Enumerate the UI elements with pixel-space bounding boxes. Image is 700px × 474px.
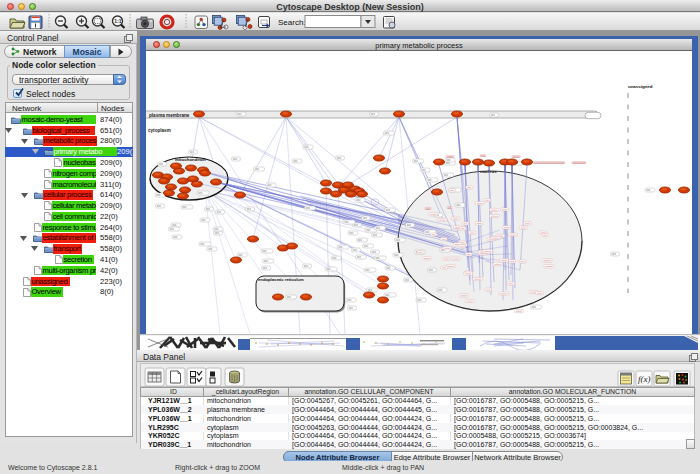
svg-text:xxx: xxx	[353, 248, 358, 252]
svg-text:xxx: xxx	[349, 231, 354, 235]
svg-text:nucleus: nucleus	[480, 169, 497, 174]
svg-text:xxx: xxx	[338, 245, 343, 249]
svg-text:xxx: xxx	[438, 288, 443, 292]
svg-text:xxx: xxx	[237, 112, 242, 116]
svg-text:xxx: xxx	[247, 207, 252, 211]
svg-text:xxx: xxx	[304, 264, 309, 268]
svg-text:xxx: xxx	[201, 218, 206, 222]
svg-text:xxx: xxx	[215, 231, 220, 235]
svg-text:xxx: xxx	[385, 293, 390, 297]
svg-text:xxx: xxx	[385, 131, 390, 135]
svg-text:xxx: xxx	[200, 242, 205, 246]
svg-text:xxx: xxx	[372, 250, 377, 254]
svg-text:xxx: xxx	[206, 207, 211, 211]
svg-text:xxx: xxx	[293, 159, 298, 163]
svg-text:xxx: xxx	[386, 266, 391, 270]
svg-text:xxx: xxx	[376, 226, 381, 230]
svg-text:Search:: Search:	[278, 18, 306, 27]
svg-text:xxx: xxx	[612, 252, 617, 256]
svg-text:xxx: xxx	[255, 167, 260, 171]
svg-text:xxx: xxx	[337, 156, 342, 160]
svg-text:xxx: xxx	[356, 198, 361, 202]
svg-text:xxx: xxx	[349, 306, 354, 310]
svg-text:xxx: xxx	[214, 227, 219, 231]
svg-text:endoplasmic reticulum: endoplasmic reticulum	[258, 277, 304, 282]
svg-text:xxx: xxx	[421, 168, 426, 172]
svg-text:xxx: xxx	[157, 204, 162, 208]
svg-text:xxx: xxx	[405, 278, 410, 282]
svg-text:xxx: xxx	[263, 266, 268, 270]
svg-text:xxx: xxx	[444, 173, 449, 177]
svg-text:xxx: xxx	[364, 244, 369, 248]
svg-text:xxx: xxx	[491, 113, 496, 117]
svg-text:xxx: xxx	[363, 216, 368, 220]
svg-text:xxx: xxx	[371, 112, 376, 116]
svg-text:xxx: xxx	[396, 238, 401, 242]
svg-text:xxx: xxx	[170, 227, 175, 231]
svg-text:xxx: xxx	[407, 223, 412, 227]
svg-text:xxx: xxx	[427, 178, 432, 182]
svg-text:xxx: xxx	[182, 205, 187, 209]
svg-text:xxx: xxx	[264, 259, 269, 263]
svg-text:cytoplasm: cytoplasm	[148, 128, 171, 133]
svg-text:xxx: xxx	[414, 159, 419, 163]
svg-text:1:1: 1:1	[114, 18, 121, 24]
svg-text:xxx: xxx	[267, 183, 272, 187]
svg-text:xxx: xxx	[190, 150, 195, 154]
svg-text:xxx: xxx	[429, 268, 434, 272]
svg-text:xxx: xxx	[332, 256, 337, 260]
svg-text:xxx: xxx	[358, 238, 363, 242]
svg-text:xxx: xxx	[425, 230, 430, 234]
svg-text:xxx: xxx	[233, 157, 238, 161]
svg-text:xxx: xxx	[373, 233, 378, 237]
svg-text:xxx: xxx	[456, 203, 461, 207]
svg-text:mitochondrion: mitochondrion	[175, 157, 206, 162]
svg-text:xxx: xxx	[304, 145, 309, 149]
svg-text:xxx: xxx	[344, 220, 349, 224]
svg-text:xxx: xxx	[173, 235, 178, 239]
svg-text:xxx: xxx	[366, 228, 371, 232]
svg-text:f(x): f(x)	[638, 374, 651, 384]
svg-text:xxx: xxx	[386, 208, 391, 212]
svg-text:xxx: xxx	[365, 268, 370, 272]
svg-text:xxx: xxx	[417, 298, 422, 302]
svg-text:xxx: xxx	[394, 253, 399, 257]
svg-text:xxx: xxx	[208, 247, 213, 251]
svg-text:xxx: xxx	[217, 210, 222, 214]
svg-text:xxx: xxx	[446, 158, 451, 162]
svg-text:xxx: xxx	[159, 162, 164, 166]
svg-text:xxx: xxx	[238, 253, 243, 257]
svg-text:xxx: xxx	[306, 206, 311, 210]
svg-text:xxx: xxx	[532, 305, 537, 309]
svg-text:xxx: xxx	[646, 188, 651, 192]
svg-text:xxx: xxx	[262, 249, 267, 253]
svg-text:xxx: xxx	[156, 193, 161, 197]
svg-text:xxx: xxx	[347, 298, 352, 302]
svg-text:unassigned: unassigned	[628, 84, 653, 89]
svg-text:xxx: xxx	[375, 256, 380, 260]
svg-text:xxx: xxx	[287, 295, 292, 299]
svg-text:xxx: xxx	[198, 191, 203, 195]
svg-text:xxx: xxx	[357, 255, 362, 259]
svg-text:xxx: xxx	[326, 267, 331, 271]
svg-text:plasma membrane: plasma membrane	[149, 113, 190, 118]
